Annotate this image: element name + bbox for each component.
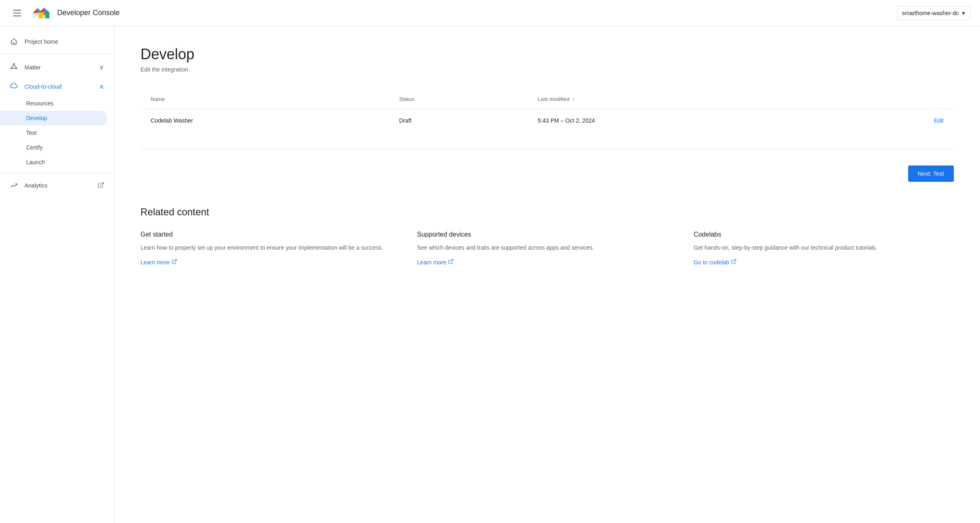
card-get-started-desc: Learn how to properly set up your enviro… bbox=[140, 243, 401, 252]
external-link-icon-1 bbox=[172, 259, 177, 266]
project-selector[interactable]: smarthome-washer-dc ▾ bbox=[897, 6, 970, 20]
svg-rect-4 bbox=[42, 15, 46, 18]
test-label: Test bbox=[26, 130, 37, 136]
cloud-to-cloud-label: Cloud-to-cloud bbox=[24, 83, 62, 90]
analytics-external-icon bbox=[98, 182, 104, 190]
sidebar-item-certify[interactable]: Certify bbox=[0, 140, 114, 155]
launch-label: Launch bbox=[26, 159, 45, 165]
matter-chevron-down-icon: ∨ bbox=[99, 63, 104, 71]
google-home-icon bbox=[38, 7, 51, 20]
card-supported-devices-title: Supported devices bbox=[417, 231, 677, 238]
integration-last-modified: 5:43 PM – Oct 2, 2024 bbox=[528, 109, 835, 132]
related-content-grid: Get started Learn how to properly set up… bbox=[140, 231, 954, 266]
table-row: Codelab Washer Draft 5:43 PM – Oct 2, 20… bbox=[141, 109, 954, 132]
sidebar-item-develop[interactable]: Develop bbox=[0, 111, 107, 125]
topbar-right: smarthome-washer-dc ▾ bbox=[897, 6, 970, 20]
svg-line-8 bbox=[11, 65, 14, 68]
analytics-label: Analytics bbox=[24, 182, 47, 189]
dropdown-icon: ▾ bbox=[962, 10, 965, 16]
svg-line-14 bbox=[733, 259, 736, 262]
cloud-icon bbox=[10, 82, 18, 91]
card-supported-devices-desc: See which devices and traits are support… bbox=[417, 243, 677, 252]
sidebar-divider-2 bbox=[0, 173, 114, 173]
sidebar-item-project-home[interactable]: Project home bbox=[0, 33, 114, 51]
external-link-icon-2 bbox=[448, 259, 454, 266]
table-header-row: Name Status Last modified ↑ bbox=[141, 89, 954, 109]
certify-label: Certify bbox=[26, 144, 42, 151]
svg-line-9 bbox=[14, 65, 16, 68]
svg-line-11 bbox=[100, 183, 103, 186]
sidebar-item-resources[interactable]: Resources bbox=[0, 96, 114, 111]
sidebar-item-analytics[interactable]: Analytics bbox=[0, 177, 114, 194]
card-get-started-title: Get started bbox=[140, 231, 401, 238]
next-test-button[interactable]: Next: Test bbox=[908, 165, 954, 182]
page-subtitle: Edit the integration. bbox=[140, 66, 954, 73]
card-get-started-link[interactable]: Learn more bbox=[140, 259, 177, 266]
sidebar: Project home Matter ∨ bbox=[0, 26, 114, 523]
card-codelabs-desc: Get hands-on, step-by-step guidance with… bbox=[694, 243, 954, 252]
matter-icon bbox=[10, 63, 18, 72]
integration-status: Draft bbox=[389, 109, 528, 132]
hamburger-menu[interactable] bbox=[10, 7, 24, 20]
section-divider bbox=[140, 149, 954, 149]
integration-name: Codelab Washer bbox=[141, 109, 390, 132]
integration-edit-cell: Edit bbox=[835, 109, 953, 132]
integrations-table: Name Status Last modified ↑ Codelab Wash… bbox=[140, 89, 954, 132]
app-title: Developer Console bbox=[57, 9, 120, 17]
related-card-get-started: Get started Learn how to properly set up… bbox=[140, 231, 401, 266]
sidebar-divider-1 bbox=[0, 54, 114, 54]
edit-link[interactable]: Edit bbox=[934, 117, 944, 124]
home-icon bbox=[10, 38, 18, 46]
develop-label: Develop bbox=[26, 115, 47, 121]
col-name[interactable]: Name bbox=[141, 89, 390, 109]
topbar-left: Developer Console bbox=[10, 7, 120, 20]
topbar: Developer Console smarthome-washer-dc ▾ bbox=[0, 0, 980, 26]
card-supported-devices-link[interactable]: Learn more bbox=[417, 259, 454, 266]
project-home-label: Project home bbox=[24, 38, 58, 45]
sidebar-matter-section[interactable]: Matter ∨ bbox=[0, 58, 114, 77]
related-card-codelabs: Codelabs Get hands-on, step-by-step guid… bbox=[694, 231, 954, 266]
col-actions bbox=[835, 89, 953, 109]
related-card-supported-devices: Supported devices See which devices and … bbox=[417, 231, 677, 266]
svg-line-13 bbox=[450, 259, 453, 262]
svg-line-12 bbox=[174, 259, 176, 262]
project-name: smarthome-washer-dc bbox=[902, 10, 959, 16]
external-link-icon-3 bbox=[731, 259, 737, 266]
matter-label: Matter bbox=[24, 64, 41, 71]
sidebar-item-launch[interactable]: Launch bbox=[0, 155, 114, 170]
main-content: Develop Edit the integration. Name Statu… bbox=[114, 26, 980, 523]
action-row: Next: Test bbox=[140, 165, 954, 182]
cloud-chevron-up-icon: ∧ bbox=[99, 83, 104, 90]
card-codelabs-link[interactable]: Go to codelab bbox=[694, 259, 737, 266]
page-title: Develop bbox=[140, 46, 954, 63]
col-last-modified[interactable]: Last modified ↑ bbox=[528, 89, 835, 109]
sidebar-item-test[interactable]: Test bbox=[0, 125, 114, 140]
layout: Project home Matter ∨ bbox=[0, 26, 980, 523]
sort-icon: ↑ bbox=[572, 96, 575, 102]
card-codelabs-title: Codelabs bbox=[694, 231, 954, 238]
analytics-icon bbox=[10, 181, 18, 190]
related-content-title: Related content bbox=[140, 206, 954, 218]
sidebar-cloud-to-cloud-section[interactable]: Cloud-to-cloud ∧ bbox=[0, 77, 114, 96]
resources-label: Resources bbox=[26, 100, 53, 107]
col-status[interactable]: Status bbox=[389, 89, 528, 109]
